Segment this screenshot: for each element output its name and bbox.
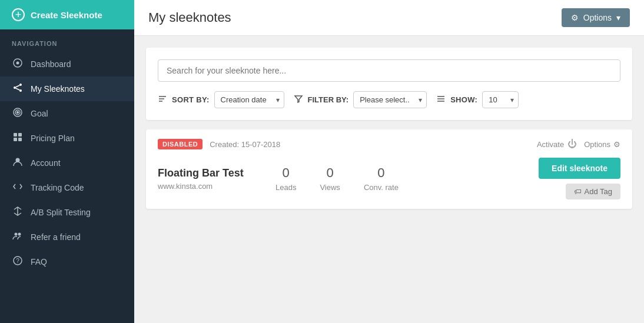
account-icon xyxy=(12,156,24,169)
refer-a-friend-icon xyxy=(12,231,24,244)
sleeknote-gear-icon: ⚙ xyxy=(613,140,620,149)
sort-by-group: SORT BY: Creation date Name Leads Views xyxy=(158,91,284,108)
stat-leads: 0 Leads xyxy=(275,165,296,192)
show-select[interactable]: 10 25 50 100 xyxy=(482,91,519,108)
sleeknote-card: DISABLED Created: 15-07-2018 Activate ⏻ … xyxy=(146,129,632,209)
sleeknote-info: Floating Bar Test www.kinsta.com xyxy=(158,167,252,191)
svg-rect-10 xyxy=(14,133,17,136)
stat-views: 0 Views xyxy=(320,165,340,192)
sleeknote-options-button[interactable]: Options ⚙ xyxy=(584,140,620,149)
filter-by-group: FILTER BY: Please select.. Active Disabl… xyxy=(294,91,427,108)
create-sleeknote-label: Create Sleeknote xyxy=(31,10,102,20)
filter-select-wrapper: Please select.. Active Disabled xyxy=(353,91,427,108)
goal-icon xyxy=(12,107,24,120)
tag-icon: 🏷 xyxy=(574,187,582,196)
plus-icon: + xyxy=(12,8,25,21)
conv-rate-value: 0 xyxy=(364,165,399,181)
show-select-wrapper: 10 25 50 100 xyxy=(482,91,519,108)
created-text: Created: 15-07-2018 xyxy=(210,140,280,149)
svg-point-2 xyxy=(19,84,22,86)
search-input[interactable] xyxy=(158,59,620,82)
sidebar-item-label-tracking-code: Tracking Code xyxy=(31,183,84,192)
main-body: SORT BY: Creation date Name Leads Views xyxy=(134,36,644,323)
options-label: Options xyxy=(583,13,612,22)
sort-select-wrapper: Creation date Name Leads Views xyxy=(214,91,284,108)
filter-select[interactable]: Please select.. Active Disabled xyxy=(353,91,427,108)
dashboard-icon xyxy=(12,58,24,71)
svg-point-3 xyxy=(14,86,16,89)
sidebar-item-dashboard[interactable]: Dashboard xyxy=(0,52,134,76)
pricing-plan-icon xyxy=(12,132,24,145)
search-filter-card: SORT BY: Creation date Name Leads Views xyxy=(146,48,632,120)
svg-rect-11 xyxy=(18,133,22,136)
create-sleeknote-button[interactable]: + Create Sleeknote xyxy=(0,0,134,29)
sidebar-item-label-my-sleeknotes: My Sleeknotes xyxy=(31,84,85,94)
conv-rate-label: Conv. rate xyxy=(364,183,399,192)
options-chevron-icon: ▾ xyxy=(616,13,620,22)
sidebar-item-refer-a-friend[interactable]: Refer a friend xyxy=(0,225,134,249)
activate-button[interactable]: Activate ⏻ xyxy=(537,139,577,149)
svg-line-6 xyxy=(16,88,19,90)
ab-split-testing-icon xyxy=(12,206,24,219)
filter-label-group: FILTER BY: xyxy=(308,95,349,104)
filter-by-label: FILTER BY: xyxy=(308,95,349,104)
views-label: Views xyxy=(320,183,340,192)
sleeknote-header: DISABLED Created: 15-07-2018 Activate ⏻ … xyxy=(158,139,620,149)
svg-rect-12 xyxy=(14,138,17,141)
sleeknote-url: www.kinsta.com xyxy=(158,182,252,191)
sidebar-item-label-pricing-plan: Pricing Plan xyxy=(31,134,75,143)
sleeknote-header-left: DISABLED Created: 15-07-2018 xyxy=(158,139,280,149)
tracking-code-icon xyxy=(12,181,24,194)
sidebar-nav: Dashboard My Sleeknotes Goal Pricing Pla… xyxy=(0,52,134,274)
activate-label: Activate xyxy=(537,140,564,149)
show-group: SHOW: 10 25 50 100 xyxy=(436,91,519,108)
sidebar-item-label-dashboard: Dashboard xyxy=(31,59,71,69)
sidebar-item-ab-split-testing[interactable]: A/B Split Testing xyxy=(0,200,134,225)
svg-rect-13 xyxy=(18,138,22,141)
main-header: My sleeknotes ⚙ Options ▾ xyxy=(134,0,644,36)
svg-point-4 xyxy=(19,89,22,92)
sidebar-item-pricing-plan[interactable]: Pricing Plan xyxy=(0,126,134,151)
sort-select[interactable]: Creation date Name Leads Views xyxy=(214,91,284,108)
leads-label: Leads xyxy=(275,183,296,192)
sidebar-item-label-account: Account xyxy=(31,158,61,168)
sort-by-label: SORT BY: xyxy=(172,95,210,104)
share-icon xyxy=(12,82,24,95)
page-title: My sleeknotes xyxy=(148,10,231,25)
options-text: Options xyxy=(584,140,610,149)
svg-text:?: ? xyxy=(16,258,19,264)
power-icon: ⏻ xyxy=(567,139,577,149)
options-button[interactable]: ⚙ Options ▾ xyxy=(562,8,630,27)
faq-icon: ? xyxy=(12,255,24,268)
filter-row: SORT BY: Creation date Name Leads Views xyxy=(158,91,620,108)
leads-value: 0 xyxy=(275,165,296,181)
sidebar-item-label-faq: FAQ xyxy=(31,257,47,267)
show-icon xyxy=(436,94,446,105)
views-value: 0 xyxy=(320,165,340,181)
sidebar-item-label-goal: Goal xyxy=(31,109,48,118)
status-badge: DISABLED xyxy=(158,139,203,149)
sleeknote-actions: Activate ⏻ Options ⚙ xyxy=(537,139,620,149)
sidebar-item-label-refer-a-friend: Refer a friend xyxy=(31,232,81,242)
sleeknote-content: Floating Bar Test www.kinsta.com 0 Leads… xyxy=(158,158,620,199)
sidebar-item-label-ab-split-testing: A/B Split Testing xyxy=(31,208,91,217)
svg-line-5 xyxy=(16,85,19,87)
svg-point-9 xyxy=(17,112,19,114)
svg-point-16 xyxy=(15,233,18,236)
sidebar: + Create Sleeknote NAVIGATION Dashboard … xyxy=(0,0,134,323)
svg-point-17 xyxy=(18,233,21,236)
sleeknote-buttons: Edit sleeknote 🏷 Add Tag xyxy=(539,158,620,199)
add-tag-label: Add Tag xyxy=(585,187,612,196)
edit-sleeknote-button[interactable]: Edit sleeknote xyxy=(539,158,620,179)
show-label: SHOW: xyxy=(450,95,477,104)
main-content: My sleeknotes ⚙ Options ▾ SORT BY: xyxy=(134,0,644,323)
sidebar-item-goal[interactable]: Goal xyxy=(0,101,134,126)
sidebar-item-tracking-code[interactable]: Tracking Code xyxy=(0,175,134,200)
gear-icon: ⚙ xyxy=(571,13,579,22)
sidebar-item-account[interactable]: Account xyxy=(0,151,134,175)
add-tag-button[interactable]: 🏷 Add Tag xyxy=(566,184,620,199)
nav-section-label: NAVIGATION xyxy=(0,29,134,52)
sidebar-item-faq[interactable]: ? FAQ xyxy=(0,249,134,274)
sleeknote-name: Floating Bar Test xyxy=(158,167,252,179)
sidebar-item-my-sleeknotes[interactable]: My Sleeknotes xyxy=(0,76,134,101)
